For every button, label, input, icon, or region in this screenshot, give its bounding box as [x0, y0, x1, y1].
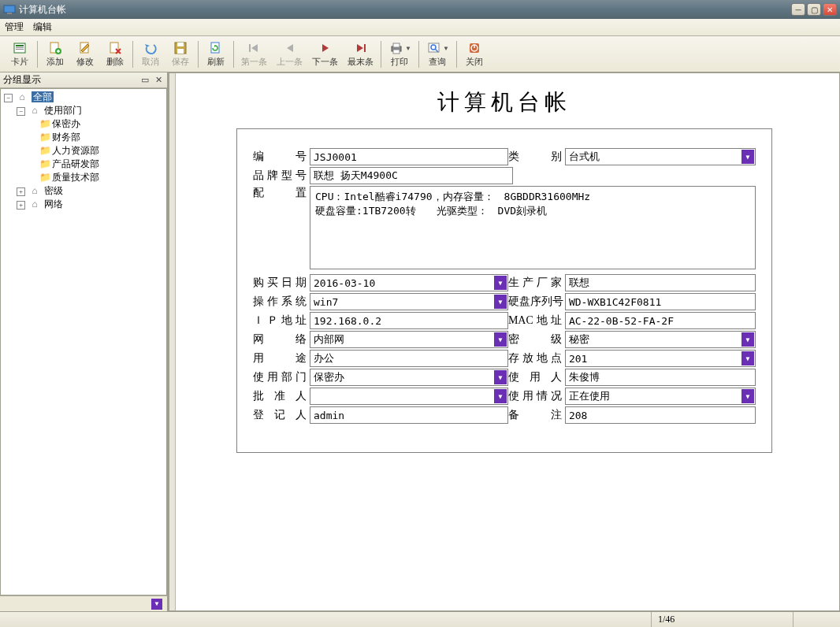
cancel-button[interactable]: 取消: [136, 39, 165, 69]
label-secret: 密 级: [508, 332, 565, 347]
card-icon: [12, 40, 28, 56]
label-hdsn: 硬盘序列号: [508, 295, 565, 309]
tree-toggle[interactable]: −: [17, 107, 25, 116]
dropdown-icon[interactable]: ▼: [742, 150, 754, 164]
field-status[interactable]: 正在使用▼: [565, 388, 756, 405]
sidebar-dropdown-button[interactable]: ▼: [151, 599, 162, 610]
dropdown-icon[interactable]: ▼: [494, 276, 507, 290]
label-brand: 品牌型号: [253, 169, 310, 183]
field-dept[interactable]: 保密办▼: [310, 369, 508, 386]
label-mac: MAC地址: [508, 314, 565, 328]
field-loc[interactable]: 201▼: [565, 350, 756, 367]
dropdown-icon[interactable]: ▼: [742, 389, 754, 403]
field-secret[interactable]: 秘密▼: [565, 331, 756, 348]
close-window-button[interactable]: ✕: [823, 3, 837, 16]
refresh-icon: [208, 40, 224, 56]
dropdown-icon[interactable]: ▼: [494, 370, 507, 384]
field-use[interactable]: 办公: [310, 350, 508, 367]
field-mac[interactable]: AC-22-0B-52-FA-2F: [565, 312, 756, 329]
tree-toggle[interactable]: +: [17, 187, 25, 196]
dropdown-icon[interactable]: ▼: [742, 332, 754, 347]
save-button[interactable]: 保存: [165, 39, 195, 69]
status-pager: 1/46: [651, 612, 793, 627]
label-buydate: 购买日期: [253, 276, 310, 290]
field-net[interactable]: 内部网▼: [310, 331, 508, 348]
dropdown-icon[interactable]: ▼: [742, 351, 754, 365]
svg-rect-18: [393, 50, 400, 54]
sidebar-options-icon[interactable]: ▭: [139, 75, 151, 86]
svg-rect-5: [16, 49, 24, 50]
sidebar-title: 分组显示: [3, 73, 41, 87]
home-icon: ⌂: [29, 198, 40, 211]
next-icon: [318, 40, 333, 56]
field-hdsn[interactable]: WD-WXB1C42F0811: [565, 293, 756, 310]
content: 计算机台帐 编 号 JSJ0001 类 别 台式机▼ 品牌型号 联想 扬天M49…: [169, 72, 840, 611]
query-button[interactable]: ▼ 查询: [422, 39, 454, 69]
form-panel: 编 号 JSJ0001 类 别 台式机▼ 品牌型号 联想 扬天M4900C 配 …: [236, 128, 772, 453]
tree[interactable]: − ⌂ 全部 − ⌂ 使用部门 📁保密办 📁财务部 📁人力资源部: [0, 88, 167, 595]
label-os: 操作系统: [253, 295, 310, 309]
label-config: 配 置: [253, 186, 310, 200]
delete-button[interactable]: 删除: [100, 39, 130, 69]
first-button[interactable]: 第一条: [236, 39, 272, 69]
tree-item[interactable]: 保密办: [52, 118, 80, 129]
card-button[interactable]: 卡片: [5, 39, 35, 69]
menu-edit[interactable]: 编辑: [33, 20, 52, 34]
field-os[interactable]: win7▼: [310, 293, 508, 310]
field-ip[interactable]: 192.168.0.2: [310, 312, 508, 329]
add-button[interactable]: 添加: [40, 39, 70, 69]
dropdown-icon[interactable]: ▼: [494, 332, 507, 347]
menu-manage[interactable]: 管理: [5, 20, 24, 34]
app-icon: [3, 3, 16, 16]
dropdown-icon[interactable]: ▼: [494, 295, 507, 309]
window-title: 计算机台帐: [19, 3, 791, 17]
edit-button[interactable]: 修改: [70, 39, 100, 69]
toolbar: 卡片 添加 修改 删除 取消 保存 刷新 第一条 上一条 下一条 最末条: [0, 36, 840, 72]
prev-button[interactable]: 上一条: [272, 39, 307, 69]
field-config[interactable]: CPU：Intel酷睿i74790，内存容量： 8GBDDR31600MHz 硬…: [310, 186, 756, 269]
next-button[interactable]: 下一条: [307, 39, 343, 69]
folder-icon: 📁: [39, 131, 50, 144]
tree-dept[interactable]: 使用部门: [44, 105, 82, 116]
tree-toggle[interactable]: −: [4, 94, 13, 102]
statusbar: 1/46: [0, 611, 840, 627]
minimize-button[interactable]: ─: [791, 3, 805, 16]
label-use: 用 途: [253, 351, 310, 365]
refresh-button[interactable]: 刷新: [201, 39, 231, 69]
printer-icon: [388, 40, 404, 56]
tree-level[interactable]: 密级: [44, 185, 63, 196]
tree-item[interactable]: 财务部: [52, 132, 80, 143]
field-type[interactable]: 台式机▼: [565, 148, 756, 165]
tree-net[interactable]: 网络: [44, 198, 63, 210]
field-vendor[interactable]: 联想: [565, 274, 756, 291]
svg-rect-3: [16, 45, 24, 46]
tree-item[interactable]: 人力资源部: [52, 145, 99, 156]
chevron-down-icon: ▼: [443, 45, 449, 52]
maximize-button[interactable]: ▢: [807, 3, 821, 16]
home-icon: ⌂: [29, 184, 40, 198]
field-remark[interactable]: 208: [565, 406, 756, 424]
last-button[interactable]: 最末条: [343, 39, 378, 69]
tree-item[interactable]: 质量技术部: [52, 172, 99, 183]
sidebar-header: 分组显示 ▭ ✕: [0, 72, 167, 88]
label-vendor: 生产厂家: [508, 276, 565, 290]
print-button[interactable]: ▼ 打印: [384, 39, 416, 69]
close-button[interactable]: 关闭: [459, 39, 489, 69]
field-brand[interactable]: 联想 扬天M4900C: [310, 167, 513, 184]
tree-item[interactable]: 产品研发部: [52, 158, 99, 169]
svg-rect-17: [393, 43, 400, 47]
field-user[interactable]: 朱俊博: [565, 369, 756, 386]
field-approver[interactable]: ▼: [310, 388, 508, 405]
tree-toggle[interactable]: +: [17, 201, 25, 210]
tree-root[interactable]: 全部: [32, 91, 54, 102]
field-buydate[interactable]: 2016-03-10▼: [310, 274, 508, 291]
field-id[interactable]: JSJ0001: [310, 148, 508, 165]
label-net: 网 络: [253, 332, 310, 347]
svg-rect-9: [110, 43, 118, 53]
field-reg[interactable]: admin: [310, 406, 508, 424]
dropdown-icon[interactable]: ▼: [494, 389, 507, 403]
label-ip: ＩＰ地址: [253, 314, 310, 328]
sidebar-close-icon[interactable]: ✕: [153, 75, 164, 86]
label-remark: 备 注: [508, 408, 565, 422]
chevron-down-icon: ▼: [405, 45, 411, 52]
